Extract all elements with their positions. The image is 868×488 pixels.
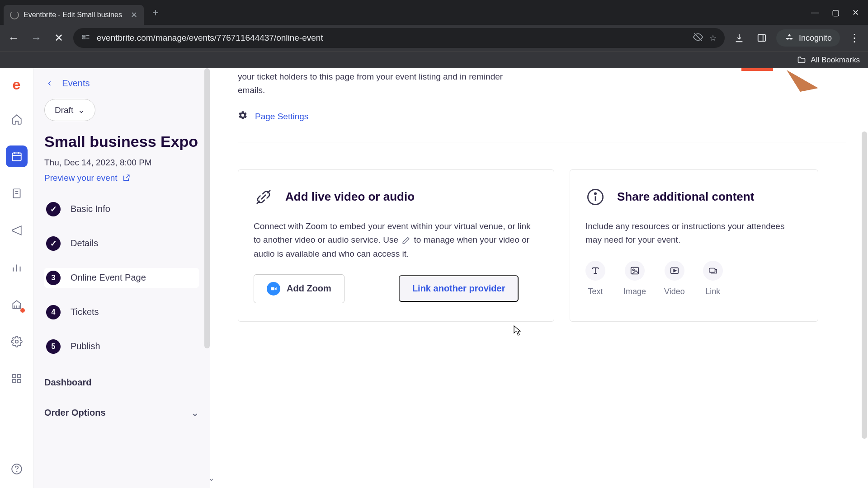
eye-off-icon[interactable]	[693, 32, 703, 44]
browser-tab-strip: Eventbrite - Edit Small busines ✕ + ― ▢ …	[0, 0, 868, 25]
chevron-left-icon: ‹	[48, 77, 51, 89]
step-tickets[interactable]: 4 Tickets	[44, 302, 199, 322]
svg-point-20	[15, 340, 18, 343]
url-text: eventbrite.com/manage/events/77671164443…	[97, 33, 323, 43]
event-date: Thu, Dec 14, 2023, 8:00 PM	[44, 158, 199, 168]
rail-home-icon[interactable]	[6, 108, 28, 130]
card-title: Add live video or audio	[285, 190, 415, 204]
svg-rect-28	[271, 287, 274, 291]
preview-event-link[interactable]: Preview your event	[44, 173, 199, 183]
add-zoom-label: Add Zoom	[287, 283, 331, 294]
step-label: Tickets	[71, 307, 99, 317]
rail-settings-icon[interactable]	[6, 331, 28, 352]
check-icon	[46, 202, 61, 216]
info-icon	[585, 187, 605, 207]
step-publish[interactable]: 5 Publish	[44, 337, 199, 357]
content-type-video[interactable]: Video	[664, 261, 685, 296]
content-type-text[interactable]: Text	[585, 261, 605, 296]
svg-rect-36	[709, 268, 715, 272]
back-label: Events	[62, 78, 90, 89]
new-tab-button[interactable]: +	[147, 5, 164, 21]
back-to-events-link[interactable]: ‹ Events	[44, 75, 199, 99]
link-icon	[703, 261, 723, 281]
svg-point-26	[16, 471, 17, 472]
external-link-icon	[122, 174, 130, 182]
step-online-event-page[interactable]: 3 Online Event Page	[44, 268, 199, 288]
page-settings-link[interactable]: Page Settings	[255, 112, 308, 122]
back-button[interactable]: ←	[5, 30, 22, 46]
notification-dot-icon	[20, 308, 25, 313]
content-type-link[interactable]: Link	[703, 261, 723, 296]
rail-orders-icon[interactable]	[6, 183, 28, 204]
live-video-card: Add live video or audio Connect with Zoo…	[238, 169, 554, 322]
sidepanel-icon[interactable]	[754, 30, 770, 46]
close-tab-icon[interactable]: ✕	[131, 10, 137, 20]
sidebar-scrollbar[interactable]	[204, 68, 210, 348]
step-label: Publish	[71, 341, 100, 352]
svg-point-33	[632, 269, 634, 271]
chevron-down-icon: ⌄	[208, 473, 215, 483]
svg-rect-1	[83, 38, 85, 39]
text-icon	[585, 261, 605, 281]
intro-text: your ticket holders to this page from yo…	[238, 70, 518, 98]
step-label: Basic Info	[71, 204, 110, 214]
forward-button[interactable]: →	[28, 30, 44, 46]
rail-reports-icon[interactable]	[6, 257, 28, 278]
content-type-image[interactable]: Image	[623, 261, 646, 296]
step-number-badge: 3	[46, 271, 61, 285]
svg-rect-21	[13, 375, 16, 378]
rail-apps-icon[interactable]	[6, 368, 28, 389]
video-icon	[665, 261, 684, 281]
maximize-icon[interactable]: ▢	[832, 8, 840, 18]
rail-finance-icon[interactable]	[6, 294, 28, 315]
site-settings-icon[interactable]	[81, 33, 90, 44]
browser-menu-icon[interactable]: ⋮	[846, 30, 863, 46]
hero-illustration	[683, 68, 827, 93]
minimize-icon[interactable]: ―	[811, 8, 819, 18]
event-title: Small business Expo	[44, 132, 199, 151]
incognito-badge[interactable]: Incognito	[776, 29, 840, 47]
zoom-icon	[267, 282, 280, 296]
divider	[238, 142, 846, 142]
share-content-card: Share additional content Include any res…	[570, 169, 818, 322]
stop-reload-button[interactable]: ✕	[51, 30, 67, 46]
rail-help-icon[interactable]	[6, 458, 28, 480]
svg-marker-35	[674, 269, 676, 272]
bookmark-star-icon[interactable]: ☆	[709, 33, 717, 43]
add-zoom-button[interactable]: Add Zoom	[254, 274, 344, 303]
rail-events-icon[interactable]	[6, 145, 28, 167]
tab-title: Eventbrite - Edit Small busines	[24, 11, 122, 19]
window-controls: ― ▢ ✕	[811, 8, 864, 18]
eventbrite-logo-icon[interactable]: e	[13, 76, 21, 93]
card-title: Share additional content	[617, 190, 754, 204]
step-label: Details	[71, 238, 98, 249]
main-scrollbar[interactable]	[862, 131, 867, 439]
main-content: your ticket holders to this page from yo…	[210, 68, 868, 488]
all-bookmarks-link[interactable]: All Bookmarks	[811, 56, 860, 65]
close-window-icon[interactable]: ✕	[852, 8, 859, 18]
svg-rect-22	[18, 375, 21, 378]
rail-marketing-icon[interactable]	[6, 220, 28, 241]
status-label: Draft	[55, 105, 73, 115]
url-bar[interactable]: eventbrite.com/manage/events/77671164443…	[73, 28, 725, 48]
bookmarks-bar: All Bookmarks	[0, 51, 868, 68]
order-options-link[interactable]: Order Options ⌄	[44, 403, 199, 423]
image-icon	[625, 261, 645, 281]
pencil-icon	[401, 235, 411, 246]
chevron-down-icon: ⌄	[191, 408, 199, 418]
downloads-icon[interactable]	[731, 30, 747, 46]
svg-rect-32	[631, 267, 639, 274]
steps-list: Basic Info Details 3 Online Event Page 4…	[44, 199, 199, 357]
link-another-provider-button[interactable]: Link another provider	[399, 275, 519, 302]
content-type-label: Image	[623, 287, 646, 296]
step-basic-info[interactable]: Basic Info	[44, 199, 199, 219]
dashboard-link[interactable]: Dashboard	[44, 373, 199, 392]
svg-point-31	[594, 193, 596, 194]
content-type-row: Text Image Video	[585, 261, 802, 296]
browser-tab[interactable]: Eventbrite - Edit Small busines ✕	[4, 5, 144, 25]
status-dropdown[interactable]: Draft ⌄	[44, 99, 95, 121]
check-icon	[46, 236, 61, 251]
cards-row: Add live video or audio Connect with Zoo…	[238, 169, 846, 322]
step-details[interactable]: Details	[44, 234, 199, 253]
incognito-label: Incognito	[799, 33, 832, 43]
